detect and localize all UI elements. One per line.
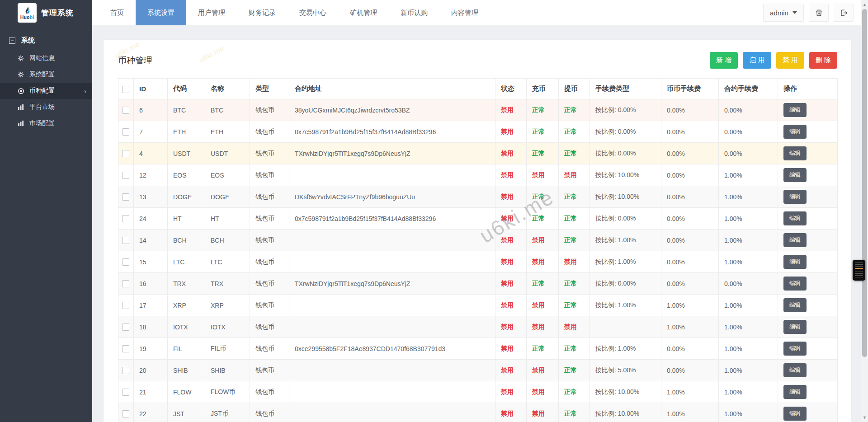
- row-checkbox[interactable]: [122, 193, 129, 201]
- nav-tab-trade-center[interactable]: 交易中心: [288, 0, 338, 25]
- disable-button[interactable]: 禁 用: [776, 52, 804, 69]
- scroll-down-arrow[interactable]: ▼: [861, 414, 868, 421]
- clear-cache-button[interactable]: [809, 4, 829, 22]
- table-row: 12 EOS EOS 钱包币 禁用 禁用 禁用 按比例: 10.00% 0.00…: [118, 164, 838, 186]
- edit-button[interactable]: 编辑: [783, 233, 807, 247]
- add-button[interactable]: 新 增: [710, 52, 738, 69]
- coin-table-wrap: ID 代码 名称 类型 合约地址 状态 充币 提币 手续费类型 币币手续费 合约…: [104, 78, 851, 422]
- enable-button[interactable]: 启 用: [743, 52, 771, 69]
- admin-dropdown[interactable]: admin: [763, 4, 804, 22]
- cell-actions: 编辑: [778, 273, 838, 295]
- edit-button[interactable]: 编辑: [783, 146, 807, 160]
- sidebar-item-system-config[interactable]: 系统配置: [0, 66, 92, 83]
- nav-tab-content[interactable]: 内容管理: [439, 0, 490, 25]
- topbar-controls: admin: [763, 4, 854, 22]
- cell-deposit-status: 正常: [527, 208, 559, 230]
- edit-button[interactable]: 编辑: [783, 103, 807, 117]
- edit-button[interactable]: 编辑: [783, 255, 807, 269]
- edit-button[interactable]: 编辑: [783, 363, 807, 377]
- nav-tab-system-settings[interactable]: 系统设置: [136, 0, 186, 25]
- row-checkbox[interactable]: [122, 324, 129, 331]
- edit-button[interactable]: 编辑: [783, 211, 807, 225]
- cell-status: 禁用: [495, 316, 527, 338]
- sidebar-item-coin-config[interactable]: 币种配置 ›: [0, 83, 92, 99]
- target-icon: [17, 88, 24, 94]
- row-checkbox[interactable]: [122, 107, 129, 114]
- row-checkbox[interactable]: [122, 128, 129, 136]
- row-checkbox[interactable]: [122, 258, 129, 266]
- cell-code: IOTX: [168, 316, 205, 338]
- chevron-right-icon: ›: [84, 87, 86, 95]
- cell-type: 钱包币: [250, 121, 289, 143]
- main-nav: 首页 系统设置 用户管理 财务记录 交易中心 矿机管理 新币认购 内容管理: [92, 0, 490, 25]
- row-checkbox[interactable]: [122, 172, 129, 179]
- cell-id: 6: [134, 99, 168, 121]
- header-name: 名称: [205, 79, 250, 99]
- edit-button[interactable]: 编辑: [783, 168, 807, 182]
- cell-actions: 编辑: [778, 143, 838, 164]
- cell-code: EOS: [168, 164, 205, 186]
- cell-type: 钱包币: [250, 164, 289, 186]
- sidebar-group-system[interactable]: − 系统: [0, 25, 92, 50]
- nav-tab-miner[interactable]: 矿机管理: [338, 0, 389, 25]
- cell-fee-type: 按比例: 0.00%: [590, 121, 661, 143]
- cell-id: 15: [134, 251, 168, 273]
- edit-button[interactable]: 编辑: [783, 277, 807, 291]
- cell-fee-type: [590, 316, 661, 338]
- row-checkbox[interactable]: [122, 215, 129, 222]
- cell-fee-type: 按比例: 0.00%: [590, 143, 661, 164]
- action-buttons: 新 增 启 用 禁 用 删 除: [710, 52, 837, 69]
- logout-button[interactable]: [834, 4, 854, 22]
- row-checkbox[interactable]: [122, 345, 129, 352]
- cell-type: 钱包币: [250, 186, 289, 208]
- cell-deposit-status: 禁用: [527, 230, 559, 251]
- cell-status: 禁用: [495, 164, 527, 186]
- row-checkbox[interactable]: [122, 389, 129, 396]
- nav-tab-new-coin[interactable]: 新币认购: [389, 0, 439, 25]
- vertical-scrollbar[interactable]: ▲ ▼: [861, 0, 868, 422]
- row-checkbox[interactable]: [122, 302, 129, 309]
- table-row: 21 FLOW FLOW币 钱包币 禁用 禁用 正常 按比例: 10.00% 1…: [118, 381, 838, 403]
- cell-code: FIL: [168, 338, 205, 360]
- edit-button[interactable]: 编辑: [783, 190, 807, 204]
- edit-button[interactable]: 编辑: [783, 342, 807, 356]
- table-row: 15 LTC LTC 钱包币 禁用 禁用 禁用 按比例: 1.00% 0.00%…: [118, 251, 838, 273]
- cell-contract-fee: 0.00%: [719, 273, 778, 295]
- edit-button[interactable]: 编辑: [783, 125, 807, 139]
- select-all-checkbox[interactable]: [122, 86, 129, 93]
- edit-button[interactable]: 编辑: [783, 407, 807, 421]
- row-checkbox[interactable]: [122, 237, 129, 244]
- edit-button[interactable]: 编辑: [783, 385, 807, 399]
- delete-button[interactable]: 删 除: [809, 52, 837, 69]
- edit-button[interactable]: 编辑: [783, 298, 807, 312]
- sidebar-item-market-config[interactable]: 市场配置: [0, 115, 92, 131]
- nav-tab-users[interactable]: 用户管理: [186, 0, 237, 25]
- sidebar-item-platform-market[interactable]: 平台市场: [0, 99, 92, 115]
- nav-tab-finance[interactable]: 财务记录: [237, 0, 288, 25]
- gear-icon: [17, 71, 24, 78]
- sidebar-item-site-info[interactable]: 网站信息: [0, 50, 92, 66]
- cell-type: 钱包币: [250, 338, 289, 360]
- cell-coin-fee: 1.00%: [661, 381, 719, 403]
- scrollbar-thumb[interactable]: [862, 9, 867, 357]
- row-checkbox[interactable]: [122, 410, 129, 417]
- cell-deposit-status: 正常: [527, 121, 559, 143]
- cell-status: 禁用: [495, 186, 527, 208]
- nav-tab-home[interactable]: 首页: [99, 0, 136, 25]
- cell-fee-type: 按比例: 10.00%: [590, 403, 661, 422]
- cell-type: 钱包币: [250, 143, 289, 164]
- cell-fee-type: 按比例: 10.00%: [590, 186, 661, 208]
- header-coin-fee: 币币手续费: [661, 79, 719, 99]
- scroll-marker-widget[interactable]: [853, 260, 865, 281]
- scroll-up-arrow[interactable]: ▲: [861, 1, 868, 8]
- row-checkbox[interactable]: [122, 280, 129, 287]
- huobi-logo: Huobi: [18, 3, 37, 23]
- cell-checkbox: [118, 164, 134, 186]
- chevron-down-icon: [793, 11, 797, 14]
- cell-code: BCH: [168, 230, 205, 251]
- row-checkbox[interactable]: [122, 367, 129, 374]
- edit-button[interactable]: 编辑: [783, 320, 807, 334]
- scroll-marker-accent: [855, 268, 863, 269]
- row-checkbox[interactable]: [122, 150, 129, 157]
- table-row: 20 SHIB SHIB 钱包币 禁用 禁用 正常 按比例: 5.00% 0.0…: [118, 360, 838, 381]
